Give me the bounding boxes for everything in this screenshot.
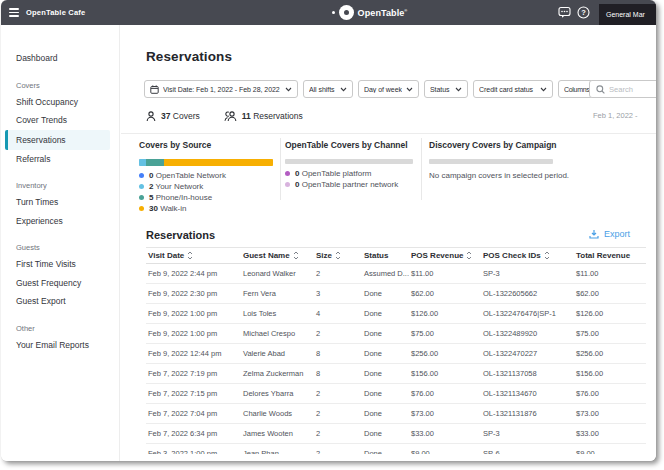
table-cell: Fern Vera	[241, 289, 314, 298]
sidebar-item-guest-export[interactable]: Guest Export	[5, 292, 110, 311]
stats-date-range: Feb 1, 2022 -	[593, 111, 638, 120]
sidebar-item-experiences[interactable]: Experiences	[5, 212, 110, 231]
column-header-size[interactable]: Size	[314, 251, 362, 260]
table-cell: OL-1322489920	[481, 329, 574, 338]
sidebar-item-cover-trends[interactable]: Cover Trends	[5, 111, 110, 130]
table-title: Reservations	[146, 229, 215, 241]
covers-by-campaign-panel: Discovery Covers by Campaign No campaign…	[429, 140, 609, 180]
user-menu[interactable]: General Mar	[599, 4, 656, 25]
covers-by-source-legend: 0 OpenTable Network2 Your Network5 Phone…	[139, 170, 275, 214]
help-icon[interactable]: ?	[576, 6, 590, 20]
covers-by-channel-legend: 0 OpenTable platform0 OpenTable partner …	[285, 168, 417, 190]
covers-stat: 37 Covers	[146, 111, 200, 122]
table-cell: $75.00	[409, 329, 481, 338]
legend-item: 0 OpenTable partner network	[285, 179, 417, 190]
column-header-pos-check-ids[interactable]: POS Check IDs	[481, 251, 574, 260]
campaign-empty-text: No campaign covers in selected period.	[429, 171, 609, 180]
table-cell: 8	[314, 349, 362, 358]
table-cell: $256.00	[574, 349, 646, 358]
table-header-row: Visit DateGuest NameSizeStatusPOS Revenu…	[146, 247, 646, 264]
filter-credit-card-status[interactable]: Credit card status	[473, 80, 553, 98]
column-header-visit-date[interactable]: Visit Date	[146, 251, 241, 260]
table-cell: Done	[362, 369, 409, 378]
filter-status[interactable]: Status	[424, 80, 468, 98]
table-cell: $33.00	[409, 429, 481, 438]
table-cell: Feb 3, 2022 1:00 pm	[146, 449, 241, 454]
export-button[interactable]: Export	[589, 229, 630, 239]
table-cell: 4	[314, 309, 362, 318]
sidebar-section-inventory: Inventory	[1, 177, 119, 193]
covers-by-channel-panel: OpenTable Covers by Channel 0 OpenTable …	[285, 140, 417, 190]
table-row[interactable]: Feb 9, 2022 1:00 pmLois Toles4Done$126.0…	[146, 304, 646, 324]
table-cell: $73.00	[574, 409, 646, 418]
search-input[interactable]	[609, 85, 656, 94]
table-cell: OL-1322605662	[481, 289, 574, 298]
sidebar-item-first-time-visits[interactable]: First Time Visits	[5, 255, 110, 274]
menu-icon[interactable]	[9, 8, 19, 16]
table-cell: 2	[314, 429, 362, 438]
table-cell: Delores Ybarra	[241, 389, 314, 398]
filter-bar: Visit Date: Feb 1, 2022 - Feb 28, 2022Al…	[144, 80, 620, 98]
table-cell: Done	[362, 389, 409, 398]
table-row[interactable]: Feb 7, 2022 6:34 pmJames Wooten2Done$33.…	[146, 424, 646, 444]
filter-visit-date-feb-1-2022-feb-28-2022[interactable]: Visit Date: Feb 1, 2022 - Feb 28, 2022	[144, 80, 298, 98]
table-cell: OL-1321134670	[481, 389, 574, 398]
summary-panels: Covers by Source 0 OpenTable Network2 Yo…	[121, 134, 656, 226]
download-icon	[589, 229, 599, 239]
sidebar-item-reservations[interactable]: Reservations	[5, 130, 110, 150]
table-row[interactable]: Feb 9, 2022 1:00 pmMichael Crespo2Done$7…	[146, 324, 646, 344]
column-header-guest-name[interactable]: Guest Name	[241, 251, 314, 260]
reservations-table: Visit DateGuest NameSizeStatusPOS Revenu…	[146, 247, 646, 454]
table-cell: 8	[314, 369, 362, 378]
table-cell: Done	[362, 429, 409, 438]
page-title: Reservations	[146, 49, 232, 64]
table-cell: Feb 9, 2022 2:44 pm	[146, 269, 241, 278]
sidebar-section-covers: Covers	[1, 77, 119, 93]
sidebar-item-dashboard[interactable]: Dashboard	[5, 49, 110, 68]
table-cell: OL-1322470227	[481, 349, 574, 358]
table-cell: Done	[362, 329, 409, 338]
table-row[interactable]: Feb 7, 2022 7:19 pmZelma Zuckerman8Done$…	[146, 364, 646, 384]
table-cell: 3	[314, 289, 362, 298]
table-row[interactable]: Feb 9, 2022 2:44 pmLeonard Walker2Assume…	[146, 264, 646, 284]
table-row[interactable]: Feb 3, 2022 1:00 pmJean Phan2Done$9.00SP…	[146, 444, 646, 454]
table-cell: SP-6	[481, 449, 574, 454]
table-cell: 2	[314, 409, 362, 418]
table-row[interactable]: Feb 9, 2022 2:30 pmFern Vera3Done$62.00O…	[146, 284, 646, 304]
legend-item: 0 OpenTable platform	[285, 168, 417, 179]
feedback-icon[interactable]	[557, 6, 571, 20]
table-row[interactable]: Feb 9, 2022 12:44 pmValerie Abad8Done$25…	[146, 344, 646, 364]
table-row[interactable]: Feb 7, 2022 7:15 pmDelores Ybarra2Done$7…	[146, 384, 646, 404]
table-cell: Feb 9, 2022 2:30 pm	[146, 289, 241, 298]
filter-day-of-week[interactable]: Day of week	[358, 80, 419, 98]
table-cell: Feb 9, 2022 1:00 pm	[146, 309, 241, 318]
table-cell: 2	[314, 389, 362, 398]
table-cell: $9.00	[409, 449, 481, 454]
table-cell: $156.00	[409, 369, 481, 378]
table-cell: Feb 9, 2022 1:00 pm	[146, 329, 241, 338]
search-box[interactable]	[589, 80, 656, 98]
sidebar-item-your-email-reports[interactable]: Your Email Reports	[5, 336, 110, 355]
table-cell: Feb 7, 2022 7:15 pm	[146, 389, 241, 398]
table-cell: $62.00	[409, 289, 481, 298]
sidebar-item-referrals[interactable]: Referrals	[5, 150, 110, 169]
table-cell: Done	[362, 349, 409, 358]
sidebar-item-turn-times[interactable]: Turn Times	[5, 193, 110, 212]
table-cell: 2	[314, 449, 362, 454]
panel-divider	[421, 138, 422, 200]
table-cell: $9.00	[574, 449, 646, 454]
sidebar-item-shift-occupancy[interactable]: Shift Occupancy	[5, 93, 110, 112]
sidebar-item-guest-frequency[interactable]: Guest Frequency	[5, 274, 110, 293]
column-header-pos-revenue[interactable]: POS Revenue	[409, 251, 481, 260]
table-cell: $73.00	[409, 409, 481, 418]
covers-by-source-panel: Covers by Source 0 OpenTable Network2 Yo…	[139, 140, 275, 214]
table-cell: $126.00	[574, 309, 646, 318]
table-cell: James Wooten	[241, 429, 314, 438]
table-row[interactable]: Feb 7, 2022 7:04 pmCharlie Woods2Done$73…	[146, 404, 646, 424]
table-cell: OL-1321131876	[481, 409, 574, 418]
table-cell: $11.00	[409, 269, 481, 278]
table-cell: Assumed D...	[362, 269, 409, 278]
table-cell: Done	[362, 289, 409, 298]
logo-circle-icon	[339, 5, 354, 20]
filter-all-shifts[interactable]: All shifts	[303, 80, 353, 98]
